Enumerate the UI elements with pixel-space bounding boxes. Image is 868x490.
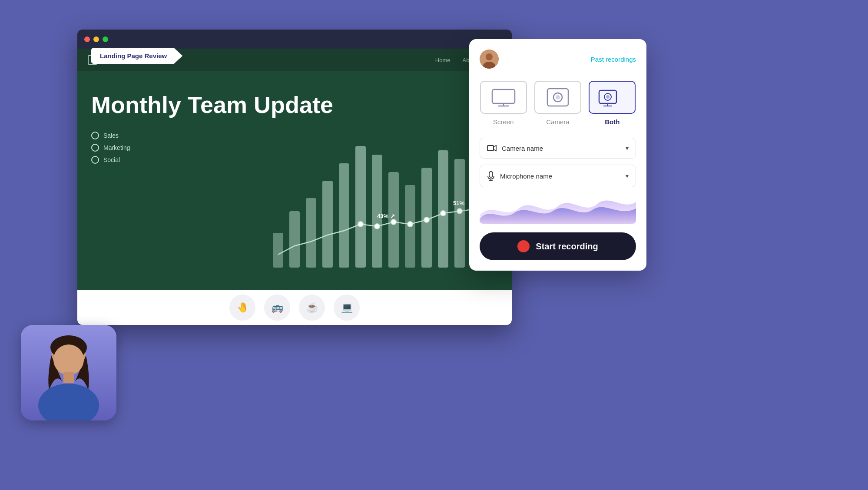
svg-point-16 [391,219,396,225]
nav-link-home[interactable]: Home [435,57,451,63]
browser-window: Curb Coffee Home About Co... Monthly Tea… [77,30,512,325]
bottom-icons-bar: 🤚 🚌 ☕ 💻 [77,290,512,325]
svg-rect-3 [322,181,333,268]
person-image [21,325,116,420]
svg-rect-48 [63,372,74,383]
svg-rect-6 [372,155,382,268]
svg-rect-4 [339,163,349,268]
waveform-svg [480,193,636,224]
start-recording-label: Start recording [536,242,598,252]
svg-rect-2 [306,198,316,268]
person-avatar-inner [21,325,116,420]
screen-icon-svg [490,88,517,107]
audio-waveform [480,193,636,224]
website-content: Curb Coffee Home About Co... Monthly Tea… [77,49,512,325]
svg-point-19 [441,211,446,216]
mode-camera[interactable]: Camera [534,81,581,126]
list-icon [91,132,99,139]
svg-point-14 [358,222,363,227]
svg-rect-10 [438,150,448,268]
list-item-label: Marketing [103,144,130,151]
person-avatar [21,325,116,420]
svg-point-18 [424,217,429,222]
svg-point-37 [606,95,610,99]
both-mode-label: Both [605,118,620,126]
mode-both[interactable]: Both [589,81,636,126]
browser-titlebar [77,30,512,49]
browser-tab[interactable]: Landing Page Review [91,48,182,64]
microphone-dropdown-label: Microphone name [500,172,620,180]
traffic-light-red[interactable] [84,36,90,42]
bottom-icon-4: 💻 [334,295,360,321]
microphone-icon [487,171,495,181]
camera-icon-svg [547,88,569,107]
svg-point-46 [53,344,84,375]
camera-mode-label: Camera [546,118,569,126]
svg-rect-1 [289,211,300,268]
svg-point-20 [457,209,462,214]
camera-icon-box [534,81,581,114]
browser-tab-label: Landing Page Review [100,52,167,60]
svg-rect-5 [355,146,366,268]
svg-point-25 [486,53,493,60]
start-recording-button[interactable]: Start recording [480,232,636,260]
svg-point-17 [407,222,413,227]
camera-dropdown-label: Camera name [502,145,620,152]
video-camera-icon [487,144,497,152]
svg-rect-0 [273,233,283,268]
record-dot-icon [517,240,530,252]
microphone-chevron-icon: ▾ [626,172,629,179]
panel-avatar [480,50,499,69]
screen-mode-label: Screen [493,118,514,126]
svg-point-32 [556,95,560,99]
svg-rect-27 [492,89,515,103]
bottom-icon-3: ☕ [299,295,325,321]
svg-rect-40 [489,172,493,177]
microphone-dropdown[interactable]: Microphone name ▾ [480,165,636,187]
svg-point-15 [374,224,380,229]
list-item-label: Social [103,156,120,163]
bottom-icon-2: 🚌 [264,295,290,321]
list-icon [91,144,99,152]
svg-rect-38 [487,146,494,151]
svg-text:51%: 51% [453,200,464,206]
traffic-light-yellow[interactable] [93,36,99,42]
panel-header: Past recordings [480,50,636,69]
mode-screen[interactable]: Screen [480,81,527,126]
recording-modes: Screen Camera [480,81,636,126]
screen-icon-box [480,81,527,114]
traffic-light-green[interactable] [103,36,108,42]
camera-chevron-icon: ▾ [626,145,629,152]
svg-marker-39 [494,146,496,151]
recording-panel: Past recordings Screen [469,39,646,271]
camera-dropdown[interactable]: Camera name ▾ [480,138,636,159]
outer-container: Curb Coffee Home About Co... Monthly Tea… [0,0,868,490]
avatar-image [480,50,499,69]
list-icon [91,156,99,164]
past-recordings-link[interactable]: Past recordings [591,56,636,63]
bottom-icon-1: 🤚 [229,295,255,321]
svg-text:43% ↗: 43% ↗ [377,213,395,219]
list-item-label: Sales [103,132,119,139]
both-icon-box [589,81,636,114]
both-icon-svg [598,88,626,107]
